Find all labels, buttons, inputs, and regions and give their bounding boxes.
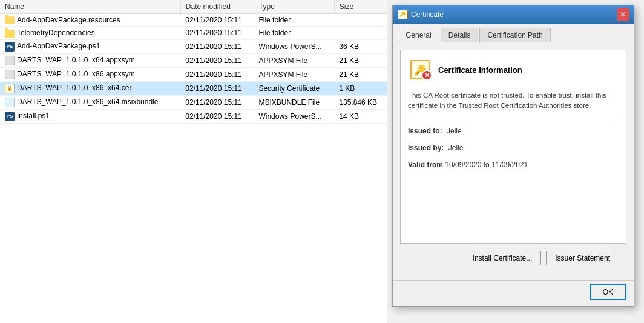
cert-divider [408,119,619,119]
table-row[interactable]: DARTS_WAP_1.0.1.0_x86_x64.cer02/11/2020 … [0,81,387,95]
table-row[interactable]: DARTS_WAP_1.0.1.0_x86_x64.msixbundle02/1… [0,95,387,109]
cert-validity-field: Valid from 10/09/2020 to 11/09/2021 [408,161,619,169]
file-name-text: DARTS_WAP_1.0.1.0_x86_x64.cer [17,84,131,92]
cert-valid-from-date: 10/09/2020 [445,161,481,169]
file-type-cell: Security Certificate [254,81,334,95]
file-explorer: Name Date modified Type Size Add-AppDevP… [0,0,387,323]
file-name-text: DARTS_WAP_1.0.1.0_x86_x64.msixbundle [17,98,158,106]
file-name-cell: Add-AppDevPackage.resources [0,14,180,27]
table-row[interactable]: PSAdd-AppDevPackage.ps102/11/2020 15:11W… [0,39,387,53]
msix-icon [5,98,15,107]
certificate-dialog: 🔑 Certificate ✕ General Details Certific… [392,5,634,307]
file-type-cell: File folder [254,27,334,39]
dialog-ok-row: OK [393,280,634,306]
dialog-tabs: General Details Certification Path [393,24,634,42]
cert-issued-to-label: Issued to: [408,127,442,135]
file-type-cell: APPXSYM File [254,67,334,81]
file-name-cell: TelemetryDependencies [0,27,180,39]
dialog-titlebar: 🔑 Certificate ✕ [393,5,634,24]
table-row[interactable]: DARTS_WAP_1.0.1.0_x86.appxsym02/11/2020 … [0,67,387,81]
tab-details[interactable]: Details [441,28,479,42]
col-name[interactable]: Name [0,0,180,14]
cert-issued-by-label: Issued by: [408,144,444,152]
cert-issued-to-field: Issued to: Jelle [408,127,619,135]
file-list: Name Date modified Type Size Add-AppDevP… [0,0,387,124]
file-date-cell: 02/11/2020 15:11 [180,27,254,39]
file-size-cell [334,14,387,27]
dialog-content: 🔑 ✕ Certificate Information This CA Root… [393,42,634,280]
ps-icon: PS [5,112,15,121]
file-size-cell [334,27,387,39]
file-name-cell: PSInstall.ps1 [0,109,180,123]
file-size-cell: 1 KB [334,81,387,95]
dialog-title: Certificate [411,10,444,19]
file-name-text: Add-AppDevPackage.resources [17,16,120,24]
appxsym-icon [5,56,15,65]
dialog-title-icon: 🔑 [398,10,407,19]
tab-general[interactable]: General [398,28,439,42]
cert-warning-icon: 🔑 ✕ [408,58,432,82]
file-size-cell: 14 KB [334,109,387,123]
folder-icon [5,30,15,38]
file-name-cell: DARTS_WAP_1.0.1.0_x64.appxsym [0,53,180,67]
titlebar-left: 🔑 Certificate [398,10,444,19]
table-row[interactable]: DARTS_WAP_1.0.1.0_x64.appxsym02/11/2020 … [0,53,387,67]
cert-issued-by-value: Jelle [446,144,464,152]
file-name-text: DARTS_WAP_1.0.1.0_x64.appxsym [17,56,135,64]
cert-to-label: to [484,161,490,169]
cert-base-icon: 🔑 ✕ [410,60,430,79]
cert-info-box: 🔑 ✕ Certificate Information This CA Root… [400,50,626,244]
ps-icon: PS [5,42,15,52]
appxsym-icon [5,70,15,79]
folder-icon [5,16,15,24]
file-name-text: DARTS_WAP_1.0.1.0_x86.appxsym [17,70,135,78]
file-date-cell: 02/11/2020 15:11 [180,14,254,27]
file-name-text: TelemetryDependencies [17,28,95,37]
file-size-cell: 135,846 KB [334,95,387,109]
cert-issued-by-field: Issued by: Jelle [408,144,619,152]
file-name-cell: DARTS_WAP_1.0.1.0_x86_x64.cer [0,81,180,95]
file-type-cell: MSIXBUNDLE File [254,95,334,109]
file-size-cell: 36 KB [334,39,387,53]
cert-info-header: 🔑 ✕ Certificate Information [408,58,619,82]
file-name-text: Install.ps1 [17,112,50,120]
col-size[interactable]: Size [334,0,387,14]
file-size-cell: 21 KB [334,67,387,81]
col-type[interactable]: Type [254,0,334,14]
table-row[interactable]: PSInstall.ps102/11/2020 15:11Windows Pow… [0,109,387,123]
file-name-cell: DARTS_WAP_1.0.1.0_x86.appxsym [0,67,180,81]
file-type-cell: Windows PowerS... [254,109,334,123]
ok-button[interactable]: OK [590,284,626,300]
file-name-text: Add-AppDevPackage.ps1 [17,42,100,50]
warning-badge: ✕ [421,70,432,81]
cert-warning-text: This CA Root certificate is not trusted.… [408,90,619,112]
tab-certification-path[interactable]: Certification Path [479,28,550,42]
cert-valid-from-label: Valid from [408,161,443,169]
file-name-cell: DARTS_WAP_1.0.1.0_x86_x64.msixbundle [0,95,180,109]
cert-info-title: Certificate Information [438,65,522,75]
file-type-cell: APPXSYM File [254,53,334,67]
file-type-cell: File folder [254,14,334,27]
table-row[interactable]: Add-AppDevPackage.resources02/11/2020 15… [0,14,387,27]
file-type-cell: Windows PowerS... [254,39,334,53]
file-date-cell: 02/11/2020 15:11 [180,81,254,95]
file-date-cell: 02/11/2020 15:11 [180,109,254,123]
file-date-cell: 02/11/2020 15:11 [180,95,254,109]
issuer-statement-button[interactable]: Issuer Statement [546,251,619,265]
cert-valid-to-date: 11/09/2021 [491,161,528,169]
file-date-cell: 02/11/2020 15:11 [180,39,254,53]
file-date-cell: 02/11/2020 15:11 [180,67,254,81]
dialog-close-button[interactable]: ✕ [617,8,629,21]
install-certificate-button[interactable]: Install Certificate... [464,251,542,265]
cert-icon [5,84,15,93]
col-date[interactable]: Date modified [180,0,254,14]
file-name-cell: PSAdd-AppDevPackage.ps1 [0,39,180,53]
cert-issued-to-value: Jelle [444,127,462,135]
file-size-cell: 21 KB [334,53,387,67]
table-row[interactable]: TelemetryDependencies02/11/2020 15:11Fil… [0,27,387,39]
file-date-cell: 02/11/2020 15:11 [180,53,254,67]
dialog-action-buttons: Install Certificate... Issuer Statement [400,251,626,273]
